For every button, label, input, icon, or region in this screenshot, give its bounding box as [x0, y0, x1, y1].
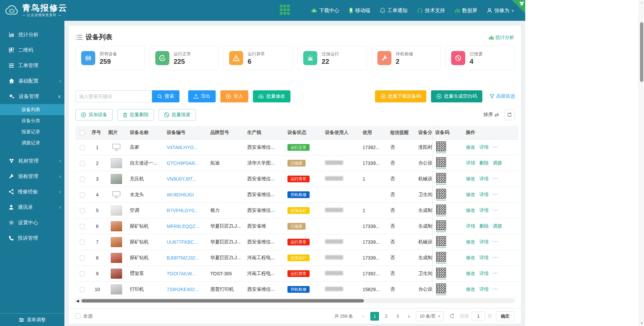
sidebar-item-inspection[interactable]: 巡检管理 ‹ — [0, 169, 64, 184]
sidebar-subitem-device-category[interactable]: 设备分类 — [0, 115, 64, 126]
more-actions-button[interactable]: ··· — [493, 271, 498, 276]
transfer-link[interactable]: 调拨 — [493, 223, 502, 229]
device-code-link[interactable]: MFR9LEQQZ... — [167, 224, 199, 229]
device-code-link[interactable]: WU6DH5JGI — [167, 192, 194, 197]
edit-link[interactable]: 修改 — [466, 176, 475, 181]
select-all-header-checkbox[interactable] — [80, 130, 85, 135]
sidebar-item-workorders[interactable]: 工单管理 — [0, 58, 64, 73]
detail-link[interactable]: 详情 — [479, 286, 489, 292]
nav-order-notify[interactable]: 工单通知 — [380, 7, 408, 14]
device-code-link[interactable]: 733H2KE402... — [167, 287, 199, 292]
vertical-scrollbar-thumb[interactable] — [640, 22, 643, 82]
stat-card-all-devices[interactable]: 所有设备259 — [75, 46, 145, 70]
more-actions-button[interactable]: ··· — [493, 207, 498, 213]
row-checkbox[interactable] — [80, 271, 85, 276]
page-button-1[interactable]: 1 — [370, 312, 379, 321]
sidebar-item-device-mgmt[interactable]: 设备管理 ∨ — [0, 89, 64, 104]
row-checkbox[interactable] — [80, 161, 85, 166]
sidebar-item-settings[interactable]: 设置中心 — [0, 215, 64, 230]
device-code-link[interactable]: BJ0RTMZJ32... — [167, 255, 199, 261]
row-checkbox[interactable] — [80, 192, 85, 197]
edit-link[interactable]: 修改 — [466, 192, 475, 197]
device-code-link[interactable]: UU677FKBC... — [167, 239, 198, 245]
more-actions-button[interactable]: ··· — [493, 286, 498, 292]
row-checkbox[interactable] — [80, 145, 85, 150]
row-checkbox[interactable] — [80, 208, 85, 213]
batch-download-codes-button[interactable]: 批量下载设备码 — [375, 90, 426, 102]
device-code-link[interactable]: V4TA8LHYO... — [167, 145, 198, 150]
edit-link[interactable]: 修改 — [466, 255, 475, 260]
device-qr-code[interactable] — [436, 220, 446, 230]
device-code-link[interactable]: R7VFHLGY0... — [167, 208, 198, 213]
page-vertical-scrollbar[interactable]: ▲ ▼ — [639, 0, 644, 326]
sidebar-item-consumables[interactable]: 耗材管理 ‹ — [0, 153, 64, 169]
detail-link[interactable]: 详情 — [479, 239, 489, 244]
prev-page-button[interactable]: ‹ — [359, 312, 368, 321]
user-menu[interactable]: 张修为 ∨ — [487, 7, 514, 14]
scroll-left-icon[interactable]: ◀ — [76, 298, 79, 303]
more-actions-button[interactable]: ··· — [493, 255, 498, 260]
nav-data-screen[interactable]: 数据屏 — [454, 7, 477, 14]
delete-link[interactable]: 删除 — [479, 160, 489, 166]
advanced-filter-link[interactable]: 高级筛选 — [490, 93, 515, 99]
edit-link[interactable]: 修改 — [466, 286, 475, 292]
sidebar-subitem-scrap-records[interactable]: 报废记录 — [0, 126, 64, 137]
batch-scrap-button[interactable]: 批量报废 — [159, 109, 196, 121]
batch-delete-button[interactable]: 批量删除 — [117, 109, 154, 121]
sidebar-item-stats[interactable]: 统计分析 — [0, 27, 64, 42]
horizontal-scrollbar-thumb[interactable] — [82, 299, 364, 302]
detail-link[interactable]: 详情 — [466, 160, 475, 166]
sidebar-item-contacts[interactable]: 通讯录 ‹ — [0, 199, 64, 215]
stats-analysis-link[interactable]: 统计分析 — [489, 35, 514, 41]
device-qr-code[interactable] — [436, 236, 446, 246]
row-checkbox[interactable] — [80, 287, 85, 292]
delete-link[interactable]: 删除 — [479, 223, 489, 229]
device-qr-code[interactable] — [436, 268, 446, 278]
sidebar-item-qrcode[interactable]: 二维码 — [0, 42, 64, 58]
search-input[interactable] — [75, 90, 152, 102]
device-qr-code[interactable] — [436, 204, 446, 215]
detail-link[interactable]: 详情 — [466, 223, 475, 229]
table-horizontal-scrollbar[interactable]: ◀ — [75, 298, 515, 303]
edit-link[interactable]: 修改 — [466, 239, 475, 244]
select-all-checkbox[interactable] — [75, 314, 80, 319]
device-qr-code[interactable] — [436, 252, 446, 262]
menu-adjust-button[interactable]: 菜单调整 — [0, 313, 64, 326]
import-button[interactable]: 导入 — [220, 90, 248, 102]
stat-card-out-of-warranty[interactable]: 过保运行22 — [298, 46, 367, 70]
refresh-list-button[interactable] — [449, 313, 455, 319]
stat-card-scrapped[interactable]: 已报废4 — [445, 46, 515, 70]
export-button[interactable]: 导出 — [188, 90, 216, 102]
confirm-button[interactable]: 确定 — [496, 311, 514, 321]
sort-toggle[interactable]: 排序 ⇄ — [483, 112, 499, 118]
sidebar-subitem-transfer-records[interactable]: 调拨记录 — [0, 137, 64, 148]
device-qr-code[interactable] — [436, 173, 446, 183]
batch-generate-blank-codes-button[interactable]: 批量生成空白码 — [431, 90, 482, 102]
device-code-link[interactable]: VN9U0YJ0T... — [167, 176, 196, 182]
row-checkbox[interactable] — [80, 240, 85, 245]
goto-page-input[interactable] — [472, 312, 485, 321]
stat-card-running-normal[interactable]: 运行正常225 — [150, 46, 219, 70]
refresh-table-button[interactable] — [504, 109, 515, 120]
sidebar-subitem-device-list[interactable]: 设备列表 — [0, 104, 64, 115]
detail-link[interactable]: 详情 — [479, 176, 489, 181]
device-qr-code[interactable] — [436, 283, 446, 293]
sidebar-item-complaints[interactable]: 投诉管理 — [0, 230, 64, 246]
device-code-link[interactable]: TGOI7AILW... — [167, 271, 196, 276]
more-actions-button[interactable]: ··· — [493, 239, 498, 244]
scroll-down-icon[interactable]: ▼ — [639, 322, 644, 325]
stat-card-running-abnormal[interactable]: 运行异常6 — [223, 46, 293, 70]
sidebar-item-repair-experience[interactable]: 维修经验 ‹ — [0, 184, 64, 199]
edit-link[interactable]: 修改 — [466, 144, 475, 150]
more-actions-button[interactable]: ··· — [493, 192, 498, 197]
add-device-button[interactable]: 添加设备 — [75, 109, 113, 121]
edit-link[interactable]: 修改 — [466, 271, 475, 276]
detail-link[interactable]: 详情 — [479, 192, 489, 197]
detail-link[interactable]: 详情 — [479, 271, 489, 276]
device-qr-code[interactable] — [436, 157, 446, 167]
nav-mobile[interactable]: 移动端 — [349, 7, 370, 14]
page-button-2[interactable]: 2 — [382, 312, 390, 321]
device-code-link[interactable]: GTCH9P0AR... — [167, 160, 199, 166]
row-checkbox[interactable] — [80, 255, 85, 261]
nav-tech-support[interactable]: 技术支持 — [417, 7, 445, 14]
